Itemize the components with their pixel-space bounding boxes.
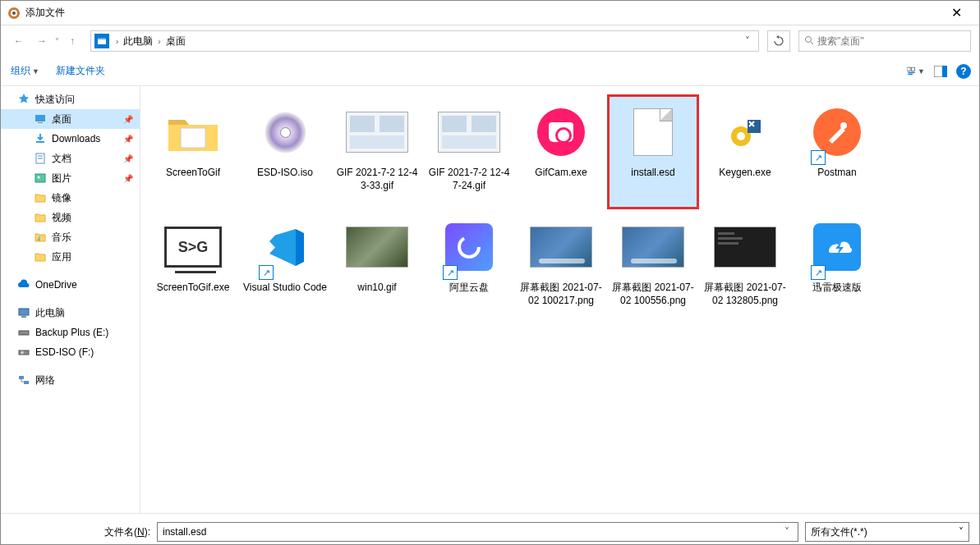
file-item[interactable]: 屏幕截图 2021-07-02 100217.png [515, 209, 607, 324]
nav-up-button[interactable]: ↑ [62, 31, 82, 51]
breadcrumb-this-pc[interactable]: 此电脑 [120, 34, 156, 48]
file-item[interactable]: ScreenToGif [147, 94, 239, 209]
sidebar-drive[interactable]: ESD-ISO (F:) [1, 342, 140, 362]
search-box[interactable] [798, 30, 971, 52]
refresh-button[interactable] [767, 30, 790, 52]
sidebar-item-应用[interactable]: 应用 [1, 247, 140, 267]
filename-input[interactable] [163, 526, 781, 538]
svg-rect-13 [35, 115, 45, 121]
shortcut-overlay-icon: ↗ [811, 150, 826, 165]
svg-rect-38 [442, 135, 496, 149]
title-bar: 添加文件 ✕ [1, 1, 979, 25]
file-item[interactable]: ↗Visual Studio Code [239, 209, 331, 324]
folder-icon [34, 211, 47, 224]
file-label: ScreenToGif [163, 165, 223, 180]
svg-rect-10 [908, 73, 913, 74]
file-icon [620, 214, 686, 280]
file-item[interactable]: ↗阿里云盘 [423, 209, 515, 324]
preview-pane-button[interactable] [932, 62, 950, 80]
sidebar-this-pc[interactable]: 此电脑 [1, 303, 140, 323]
file-type-filter[interactable]: 所有文件(*.*) ˅ [805, 522, 969, 542]
nav-back-button[interactable]: ← [9, 31, 29, 51]
file-item[interactable]: install.esd [607, 94, 699, 209]
file-item[interactable]: win10.gif [331, 209, 423, 324]
svg-point-19 [38, 176, 40, 179]
svg-rect-28 [181, 128, 205, 148]
organize-menu[interactable]: 组织▼ [11, 64, 39, 78]
sidebar-item-downloads[interactable]: Downloads📌 [1, 129, 140, 149]
sidebar: 快速访问 桌面📌Downloads📌文档📌图片📌镜像视频音乐应用 OneDriv… [1, 86, 140, 513]
file-item[interactable]: GifCam.exe [515, 94, 607, 209]
address-dropdown[interactable]: ˅ [740, 35, 755, 47]
file-label: GifCam.exe [531, 165, 590, 180]
file-icon: ↗ [252, 214, 318, 280]
main-area: 快速访问 桌面📌Downloads📌文档📌图片📌镜像视频音乐应用 OneDriv… [1, 86, 979, 513]
new-folder-button[interactable]: 新建文件夹 [56, 64, 105, 78]
sidebar-item-文档[interactable]: 文档📌 [1, 149, 140, 168]
svg-rect-26 [19, 376, 24, 379]
file-label: install.esd [628, 165, 678, 180]
file-label: 屏幕截图 2021-07-02 100217.png [515, 280, 607, 307]
folder-icon [34, 250, 47, 263]
sidebar-onedrive[interactable]: OneDrive [1, 275, 140, 295]
file-label: GIF 2021-7-2 12-47-24.gif [423, 165, 515, 192]
downloads-icon [34, 132, 47, 145]
file-label: 迅雷极速版 [809, 280, 865, 295]
window-title: 添加文件 [25, 6, 940, 20]
toolbar: 组织▼ 新建文件夹 ▼ ? [1, 57, 979, 86]
sidebar-drive[interactable]: Backup Plus (E:) [1, 323, 140, 342]
folder-icon [34, 191, 47, 204]
filename-dropdown[interactable]: ˅ [781, 526, 793, 538]
shortcut-overlay-icon: ↗ [443, 265, 458, 280]
svg-rect-45 [631, 259, 677, 263]
desktop-icon [34, 112, 47, 126]
disc-drive-icon [17, 346, 30, 359]
sidebar-network[interactable]: 网络 [1, 370, 140, 390]
nav-forward-button[interactable]: → [32, 31, 52, 51]
breadcrumb-desktop[interactable]: 桌面 [163, 34, 189, 48]
pictures-icon [34, 172, 47, 185]
file-item[interactable]: GIF 2021-7-2 12-47-24.gif [423, 94, 515, 209]
network-icon [17, 373, 30, 387]
sidebar-quick-access[interactable]: 快速访问 [1, 89, 140, 109]
file-label: Keygen.exe [715, 165, 774, 180]
sidebar-item-桌面[interactable]: 桌面📌 [1, 109, 140, 129]
breadcrumb-root-arrow[interactable]: › [114, 37, 120, 46]
file-item[interactable]: 屏幕截图 2021-07-02 132805.png [699, 209, 791, 324]
file-grid[interactable]: ScreenToGifESD-ISO.isoGIF 2021-7-2 12-43… [140, 86, 979, 513]
svg-rect-20 [19, 309, 29, 315]
sidebar-item-镜像[interactable]: 镜像 [1, 188, 140, 208]
svg-rect-18 [35, 174, 45, 182]
filename-combobox[interactable]: ˅ [157, 522, 798, 542]
file-icon [436, 99, 502, 165]
search-input[interactable] [817, 35, 965, 47]
file-icon: ↗ [436, 214, 502, 280]
file-item[interactable]: ESD-ISO.iso [239, 94, 331, 209]
shortcut-overlay-icon: ↗ [811, 265, 826, 280]
location-icon [94, 34, 109, 48]
file-item[interactable]: S>GScreenToGif.exe [147, 209, 239, 324]
svg-rect-12 [942, 66, 947, 77]
file-icon: S>G [160, 214, 226, 280]
svg-rect-36 [442, 116, 467, 132]
svg-rect-48 [718, 242, 738, 245]
address-bar[interactable]: › 此电脑 › 桌面 ˅ [90, 30, 759, 52]
file-item[interactable]: GIF 2021-7-2 12-43-33.gif [331, 94, 423, 209]
nav-recent-dropdown[interactable]: ˅ [55, 37, 59, 46]
sidebar-item-图片[interactable]: 图片📌 [1, 168, 140, 188]
view-thumbnails-button[interactable]: ▼ [907, 62, 925, 80]
breadcrumb-arrow[interactable]: › [156, 37, 162, 46]
search-icon [804, 35, 814, 48]
file-icon [620, 99, 686, 165]
documents-icon [34, 152, 47, 165]
file-icon [528, 99, 594, 165]
help-button[interactable]: ? [956, 64, 971, 79]
sidebar-item-音乐[interactable]: 音乐 [1, 227, 140, 247]
svg-point-43 [459, 237, 479, 257]
window-close-button[interactable]: ✕ [940, 5, 973, 21]
file-item[interactable]: Keygen.exe [699, 94, 791, 209]
sidebar-item-视频[interactable]: 视频 [1, 208, 140, 227]
file-item[interactable]: ↗迅雷极速版 [791, 209, 883, 324]
file-item[interactable]: 屏幕截图 2021-07-02 100556.png [607, 209, 699, 324]
file-item[interactable]: ↗Postman [791, 94, 883, 209]
